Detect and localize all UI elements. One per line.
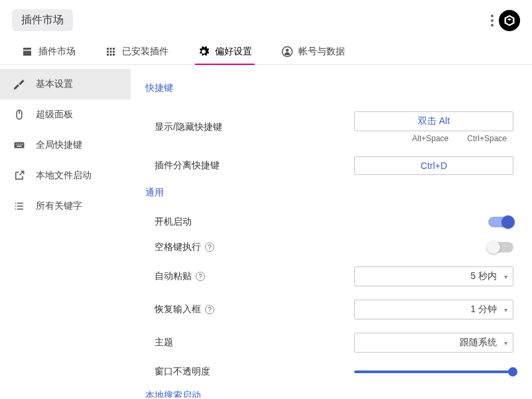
sidebar-item-label: 基本设置 [36, 78, 73, 90]
svg-rect-4 [15, 142, 25, 148]
space-exec-toggle[interactable] [488, 242, 513, 253]
svg-rect-8 [22, 144, 23, 145]
tab-installed[interactable]: 已安装插件 [102, 38, 171, 64]
wrench-icon [13, 78, 25, 90]
help-icon[interactable]: ? [205, 243, 214, 252]
svg-rect-5 [16, 144, 17, 145]
show-hide-shortcut-field[interactable]: 双击 Alt [354, 111, 513, 131]
startup-toggle[interactable] [488, 217, 513, 227]
grid-icon [105, 46, 117, 58]
tab-preferences[interactable]: 偏好设置 [195, 38, 255, 64]
tab-label: 已安装插件 [122, 46, 168, 58]
sidebar-item-superpanel[interactable]: 超级面板 [0, 99, 131, 130]
svg-rect-7 [20, 144, 21, 145]
theme-select[interactable]: 跟随系统 [354, 333, 513, 353]
tab-label: 插件市场 [38, 46, 76, 58]
space-exec-label: 空格键执行 ? [155, 241, 214, 253]
section-title-shortcut: 快捷键 [145, 82, 513, 94]
sidebar-item-basic[interactable]: 基本设置 [0, 69, 131, 99]
shortcut-hint[interactable]: Ctrl+Space [467, 134, 507, 143]
svg-point-1 [286, 49, 289, 52]
sidebar-item-global-shortcuts[interactable]: 全局快捷键 [0, 130, 131, 160]
svg-rect-6 [18, 144, 19, 145]
auto-paste-select[interactable]: 5 秒内 [354, 266, 513, 286]
help-icon[interactable]: ? [205, 305, 214, 314]
tab-label: 帐号与数据 [299, 46, 345, 58]
open-external-icon [13, 170, 25, 182]
sidebar-item-label: 超级面板 [36, 109, 73, 121]
tab-plugin-market[interactable]: 插件市场 [19, 38, 78, 64]
store-icon [21, 46, 33, 58]
opacity-label: 窗口不透明度 [155, 366, 210, 378]
restore-input-label: 恢复输入框 ? [155, 304, 214, 315]
section-title-general: 通用 [145, 187, 513, 199]
section-title-local-search: 本地搜索启动 [145, 390, 513, 398]
sidebar-item-label: 所有关键字 [36, 200, 82, 212]
user-icon [281, 46, 293, 58]
theme-label: 主题 [155, 337, 173, 349]
more-menu-icon[interactable] [491, 15, 494, 27]
help-icon[interactable]: ? [196, 272, 205, 281]
mouse-icon [13, 109, 25, 121]
gear-icon [198, 46, 210, 58]
sidebar-item-keywords[interactable]: 所有关键字 [0, 191, 131, 221]
app-logo-icon[interactable] [499, 10, 520, 31]
startup-label: 开机启动 [155, 216, 192, 228]
auto-paste-label: 自动粘贴 ? [155, 270, 205, 282]
detach-shortcut-label: 插件分离快捷键 [155, 160, 220, 172]
sidebar-item-label: 本地文件启动 [36, 170, 92, 182]
svg-rect-9 [17, 146, 22, 147]
restore-input-select[interactable]: 1 分钟 [354, 300, 513, 319]
tab-account[interactable]: 帐号与数据 [279, 38, 348, 64]
sidebar-item-local-file[interactable]: 本地文件启动 [0, 160, 131, 191]
list-icon [13, 200, 25, 212]
page-title-chip: 插件市场 [12, 9, 73, 31]
opacity-slider[interactable] [354, 370, 513, 373]
show-hide-shortcut-label: 显示/隐藏快捷键 [155, 121, 222, 133]
tab-label: 偏好设置 [215, 46, 252, 58]
shortcut-hint[interactable]: Alt+Space [412, 134, 448, 143]
detach-shortcut-field[interactable]: Ctrl+D [354, 156, 513, 175]
sidebar-item-label: 全局快捷键 [36, 139, 82, 151]
keyboard-icon [13, 139, 25, 151]
